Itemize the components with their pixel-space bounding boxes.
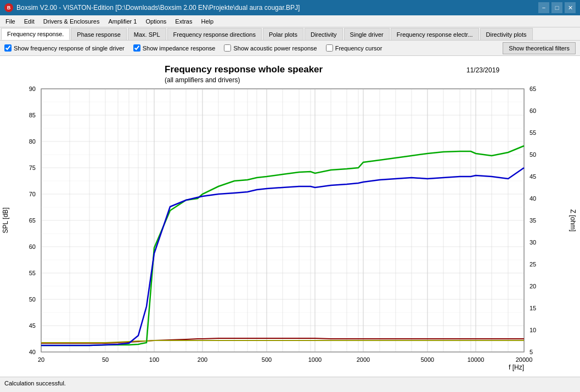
show-impedance-checkbox[interactable]: Show impedance response <box>133 44 216 52</box>
frequency-cursor-checkbox[interactable]: Frequency cursor <box>326 44 382 52</box>
tab-freq-electr[interactable]: Frequency response electr... <box>391 28 479 40</box>
window-title: Boxsim V2.00 - VISATON-Edition [D:\Downl… <box>16 4 300 12</box>
chart-container: Frequency response whole speaker (all am… <box>0 56 580 377</box>
z-label-50: 50 <box>530 151 536 158</box>
y-right-title: Z [ohm] <box>569 209 576 232</box>
menu-bar: File Edit Drivers & Enclosures Amplifier… <box>0 15 580 27</box>
tab-phase-response[interactable]: Phase response <box>71 28 127 40</box>
show-frequency-checkbox[interactable]: Show frequency response of single driver <box>4 44 125 52</box>
z-label-60: 60 <box>530 107 536 114</box>
x-label-20: 20 <box>38 356 44 363</box>
acoustic-checkbox-label: Show acoustic power response <box>233 45 317 52</box>
z-label-25: 25 <box>530 261 536 268</box>
status-message: Calculation successful. <box>4 380 66 387</box>
y-label-40: 40 <box>29 349 36 355</box>
menu-file[interactable]: File <box>1 15 20 27</box>
x-axis-title: f [Hz] <box>509 363 524 371</box>
z-label-40: 40 <box>530 195 536 202</box>
frequency-checkbox-input[interactable] <box>4 44 12 52</box>
z-label-30: 30 <box>530 239 536 246</box>
y-label-50: 50 <box>29 296 36 303</box>
tab-single-driver[interactable]: Single driver <box>344 28 390 40</box>
z-label-45: 45 <box>530 173 536 180</box>
y-left-title: SPL [dB] <box>2 208 9 234</box>
chart-title: Frequency response whole speaker <box>165 64 323 75</box>
window-controls: − □ ✕ <box>538 2 576 13</box>
menu-help[interactable]: Help <box>196 15 218 27</box>
x-label-1000: 1000 <box>308 356 322 363</box>
frequency-response-chart[interactable]: Frequency response whole speaker (all am… <box>0 56 576 377</box>
x-label-5000: 5000 <box>421 356 434 363</box>
impedance-checkbox-input[interactable] <box>133 44 140 52</box>
x-label-500: 500 <box>262 356 272 363</box>
y-label-70: 70 <box>29 191 36 197</box>
maximize-button[interactable]: □ <box>551 2 562 13</box>
impedance-checkbox-label: Show impedance response <box>143 45 216 52</box>
tab-directivity-plots[interactable]: Directivity plots <box>480 28 533 40</box>
y-label-90: 90 <box>29 86 36 92</box>
tab-frequency-response[interactable]: Frequency response. <box>1 28 70 40</box>
menu-drivers[interactable]: Drivers & Enclosures <box>39 15 104 27</box>
show-theoretical-button[interactable]: Show theoretical filters <box>503 42 576 54</box>
status-bar: Calculation successful. <box>0 377 580 389</box>
tab-directivity[interactable]: Directivity <box>305 28 343 40</box>
acoustic-checkbox-input[interactable] <box>224 44 231 52</box>
z-label-10: 10 <box>530 327 536 333</box>
tab-polar[interactable]: Polar plots <box>263 28 303 40</box>
x-label-20000: 20000 <box>516 356 533 363</box>
minimize-button[interactable]: − <box>538 2 549 13</box>
cursor-checkbox-label: Frequency cursor <box>335 45 382 52</box>
x-label-50: 50 <box>102 356 109 363</box>
x-label-2000: 2000 <box>357 356 370 363</box>
y-label-55: 55 <box>29 270 36 276</box>
menu-extras[interactable]: Extras <box>171 15 196 27</box>
chart-date: 11/23/2019 <box>466 66 499 74</box>
z-label-55: 55 <box>530 129 536 136</box>
cursor-checkbox-input[interactable] <box>326 44 333 52</box>
checkbox-bar: Show frequency response of single driver… <box>0 41 580 56</box>
close-button[interactable]: ✕ <box>565 2 576 13</box>
y-label-85: 85 <box>29 112 36 118</box>
y-label-45: 45 <box>29 322 36 329</box>
x-label-10000: 10000 <box>468 356 485 363</box>
z-label-5: 5 <box>530 349 533 355</box>
x-label-100: 100 <box>149 356 159 363</box>
x-label-200: 200 <box>198 356 207 363</box>
title-bar: B Boxsim V2.00 - VISATON-Edition [D:\Dow… <box>0 0 580 15</box>
z-label-35: 35 <box>530 217 536 224</box>
z-label-20: 20 <box>530 283 536 289</box>
y-label-75: 75 <box>29 164 36 171</box>
frequency-checkbox-label: Show frequency response of single driver <box>14 45 125 52</box>
tab-freq-directions[interactable]: Frequency response directions <box>167 28 262 40</box>
menu-edit[interactable]: Edit <box>20 15 39 27</box>
y-label-80: 80 <box>29 138 36 145</box>
chart-subtitle: (all amplifiers and drivers) <box>165 76 240 84</box>
y-label-60: 60 <box>29 243 36 250</box>
z-label-65: 65 <box>530 86 536 92</box>
tab-max-spl[interactable]: Max. SPL <box>128 28 166 40</box>
y-label-65: 65 <box>29 217 36 224</box>
title-text: B Boxsim V2.00 - VISATON-Edition [D:\Dow… <box>4 3 300 12</box>
app-icon: B <box>4 3 13 12</box>
menu-amplifier[interactable]: Amplifier 1 <box>104 15 141 27</box>
show-acoustic-checkbox[interactable]: Show acoustic power response <box>224 44 317 52</box>
tab-bar: Frequency response. Phase response Max. … <box>0 27 580 41</box>
menu-options[interactable]: Options <box>141 15 171 27</box>
z-label-15: 15 <box>530 305 536 311</box>
